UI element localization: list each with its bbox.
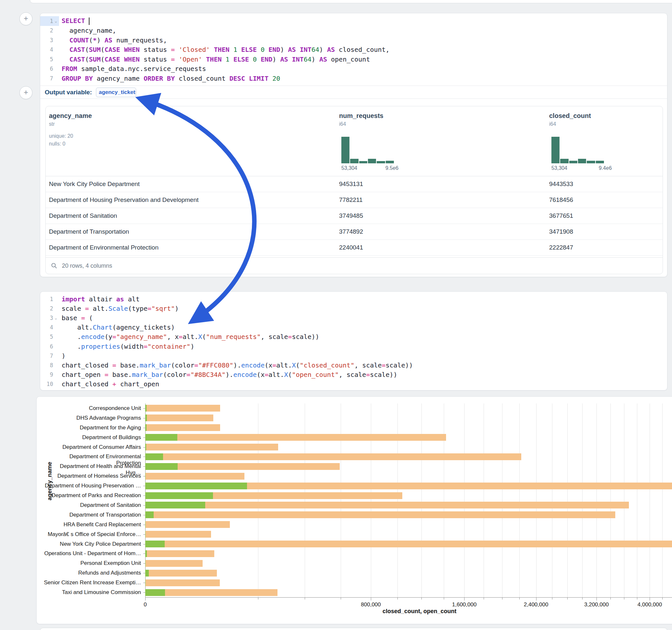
x-axis-tick-label: 2,400,000 xyxy=(517,602,556,608)
x-axis-minor-tick xyxy=(502,598,502,600)
table-row: Department of Environmental Protection22… xyxy=(46,240,663,256)
output-variable-label: Output variable: xyxy=(45,89,92,96)
x-axis-minor-tick xyxy=(341,598,341,600)
code-line[interactable]: 9⌄chart_open = base.mark_bar(color="#8BC… xyxy=(40,370,667,380)
x-axis-tick xyxy=(464,598,464,601)
y-axis-tick xyxy=(143,495,145,496)
code-line[interactable]: 2⌄scale = alt.Scale(type="sqrt") xyxy=(40,304,667,313)
closed-count-bar xyxy=(145,444,278,451)
table-row: Department of Housing Preservation and D… xyxy=(46,192,663,208)
code-line[interactable]: 3⌄base = ( xyxy=(40,313,667,322)
column-header-agency-name[interactable]: agency_name xyxy=(49,112,92,120)
code-line[interactable]: 3⌄ COUNT(*) AS num_requests, xyxy=(40,35,667,45)
closed-count-bar xyxy=(145,405,220,412)
fold-caret-icon[interactable]: ⌄ xyxy=(53,316,57,320)
table-cell: 9443533 xyxy=(549,180,573,188)
code-line[interactable]: 7⌄GROUP BY agency_name ORDER BY closed_c… xyxy=(40,74,667,83)
table-row: Department of Transportation377489234719… xyxy=(46,224,663,240)
y-axis-category-label: Correspondence Unit xyxy=(44,405,141,412)
closed-count-bar xyxy=(145,589,278,596)
code-line[interactable]: 4⌄ CAST(SUM(CASE WHEN status = 'Closed' … xyxy=(40,45,667,55)
x-axis-minor-tick xyxy=(519,598,520,600)
open-count-bar xyxy=(145,405,146,412)
python-code-editor[interactable]: 1⌄import altair as alt2⌄scale = alt.Scal… xyxy=(40,294,667,389)
code-line[interactable]: 7⌄) xyxy=(40,351,667,360)
output-variable-row: Output variable: agency_tickets xyxy=(40,86,667,99)
table-cell: 3749485 xyxy=(339,212,363,219)
text-cursor xyxy=(89,18,90,25)
code-line[interactable]: 4⌄ alt.Chart(agency_tickets) xyxy=(40,323,667,332)
x-axis-minor-tick xyxy=(258,598,258,600)
fold-caret-icon[interactable]: ⌄ xyxy=(53,19,57,23)
code-line[interactable]: 6⌄FROM sample_data.nyc.service_requests xyxy=(40,64,667,74)
line-number: 2⌄ xyxy=(40,26,59,35)
table-cell: 7618456 xyxy=(549,196,573,203)
table-cell: Department of Sanitation xyxy=(49,212,117,219)
x-axis-minor-tick xyxy=(444,598,444,600)
closed-count-bar xyxy=(145,502,629,508)
results-table: agency_name str unique: 20 nulls: 0 num_… xyxy=(45,106,663,274)
y-axis-tick xyxy=(143,563,145,563)
sql-code-editor[interactable]: 1⌄SELECT 2⌄ agency_name,3⌄ COUNT(*) AS n… xyxy=(40,16,667,83)
line-number: 5⌄ xyxy=(40,332,59,342)
chart-x-axis-line xyxy=(145,597,672,598)
closed-count-bar xyxy=(145,531,211,538)
x-axis-minor-tick xyxy=(305,598,305,600)
sql-cell-card: 1⌄SELECT 2⌄ agency_name,3⌄ COUNT(*) AS n… xyxy=(40,13,668,277)
gridline xyxy=(519,404,520,597)
line-number: 4⌄ xyxy=(40,323,59,332)
column-header-num-requests[interactable]: num_requests xyxy=(339,112,383,120)
gridline xyxy=(398,404,398,597)
table-row: New York City Police Department945313194… xyxy=(46,176,663,192)
y-axis-category-label: Personal Exemption Unit xyxy=(44,560,141,566)
table-footer: 20 rows, 4 columns xyxy=(46,257,663,274)
line-number: 3⌄ xyxy=(40,35,59,45)
closed-count-histogram xyxy=(551,137,604,163)
y-axis-tick xyxy=(143,534,145,535)
code-line[interactable]: 1⌄import altair as alt xyxy=(40,294,667,304)
x-axis-minor-tick xyxy=(662,598,663,600)
code-line[interactable]: 2⌄ agency_name, xyxy=(40,26,667,35)
y-axis-category-label: Senior Citizen Rent Increase Exempti… xyxy=(44,579,141,586)
row-count-summary: 20 rows, 4 columns xyxy=(62,263,112,269)
code-line[interactable]: 6⌄ .properties(width="container") xyxy=(40,342,667,351)
closed-count-bar xyxy=(145,560,202,567)
x-axis-tick xyxy=(597,598,597,601)
output-variable-input[interactable]: agency_tickets xyxy=(96,88,136,97)
open-count-bar xyxy=(145,560,146,567)
line-number: 1⌄ xyxy=(40,294,59,304)
y-axis-tick xyxy=(143,447,145,447)
x-axis-minor-tick xyxy=(567,598,568,600)
gridline xyxy=(597,404,597,597)
open-count-bar xyxy=(145,414,147,421)
open-count-bar xyxy=(145,434,177,441)
open-count-bar xyxy=(145,589,165,596)
add-cell-button-middle[interactable]: + xyxy=(20,86,32,99)
gridline xyxy=(582,404,582,597)
column-meta-agency-name: unique: 20 nulls: 0 xyxy=(49,132,73,148)
y-axis-category-label: HRA Benefit Card Replacement xyxy=(44,522,141,528)
code-line[interactable]: 5⌄ CAST(SUM(CASE WHEN status = 'Open' TH… xyxy=(40,54,667,64)
closed-count-bar xyxy=(145,511,615,518)
code-line[interactable]: 10⌄chart_closed + chart_open xyxy=(40,380,667,389)
gridline xyxy=(567,404,568,597)
search-icon[interactable] xyxy=(51,263,57,269)
add-cell-button-top[interactable]: + xyxy=(20,12,32,25)
code-line[interactable]: 1⌄SELECT xyxy=(40,16,667,26)
previous-cell-edge xyxy=(30,0,672,3)
code-line[interactable]: 8⌄chart_closed = base.mark_bar(color="#F… xyxy=(40,360,667,370)
y-axis-tick xyxy=(143,544,145,544)
closed-count-min: 53,304 xyxy=(551,165,567,171)
line-number: 5⌄ xyxy=(40,54,59,64)
notebook-page: + + 1⌄SELECT 2⌄ agency_name,3⌄ COUNT(*) … xyxy=(0,0,672,630)
y-axis-tick xyxy=(143,515,145,515)
closed-count-bar xyxy=(145,521,230,528)
table-cell: 3677651 xyxy=(549,212,573,219)
open-count-bar xyxy=(145,531,146,538)
closed-count-bar xyxy=(145,570,217,577)
gridline xyxy=(610,404,611,597)
open-count-bar xyxy=(145,444,146,451)
gridline xyxy=(536,404,536,597)
column-header-closed-count[interactable]: closed_count xyxy=(549,112,591,120)
code-line[interactable]: 5⌄ .encode(y="agency_name", x=alt.X("num… xyxy=(40,332,667,342)
